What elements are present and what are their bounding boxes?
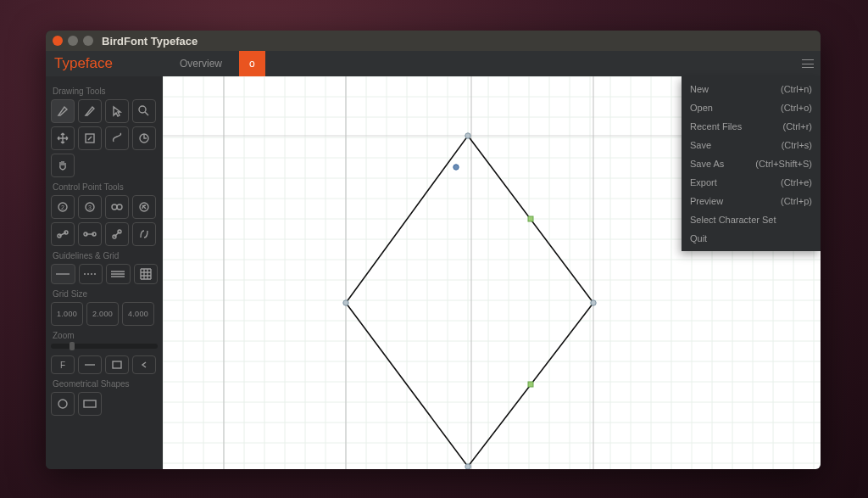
menu-button[interactable] (795, 51, 821, 76)
grid-toggle-icon[interactable] (134, 264, 159, 284)
pen-tool-icon[interactable] (51, 99, 75, 123)
menu-item-label: Save As (690, 159, 724, 169)
gridsize-4[interactable]: 4.000 (122, 302, 154, 326)
link-points-icon[interactable] (105, 222, 129, 246)
menu-item-shortcut: (Ctrl+s) (782, 140, 812, 150)
flip-icon[interactable] (132, 222, 156, 246)
app-window: BirdFont Typeface Typeface Overview o Dr… (46, 31, 821, 469)
hamburger-icon (802, 59, 814, 68)
guideline-dashed-icon[interactable] (79, 264, 103, 284)
section-control-points: Control Point Tools (53, 182, 158, 192)
menu-item-shortcut: (Ctrl+o) (781, 103, 812, 113)
move-tool-icon[interactable] (51, 126, 75, 150)
hand-tool-icon[interactable] (51, 154, 75, 177)
tab-bar: Overview o (163, 51, 795, 76)
svg-point-0 (139, 106, 146, 113)
menu-item-recent-files[interactable]: Recent Files(Ctrl+r) (682, 117, 821, 136)
shape-rect-icon[interactable] (78, 392, 102, 416)
bezier-2-icon[interactable]: 2 (51, 195, 75, 219)
tab-glyph-o[interactable]: o (239, 51, 265, 76)
menu-item-label: Quit (690, 233, 707, 243)
menu-item-save-as[interactable]: Save As(Ctrl+Shift+S) (682, 154, 821, 173)
zoom-tool-icon[interactable] (132, 99, 156, 123)
menu-item-shortcut: (Ctrl+Shift+S) (755, 159, 812, 169)
tab-overview[interactable]: Overview (163, 51, 239, 76)
menu-item-quit[interactable]: Quit (682, 229, 821, 248)
minimize-icon[interactable] (68, 36, 78, 46)
canvas-area[interactable]: New(Ctrl+n)Open(Ctrl+o)Recent Files(Ctrl… (163, 76, 821, 469)
menu-item-shortcut: (Ctrl+r) (782, 121, 812, 131)
menu-item-label: Select Character Set (690, 215, 776, 225)
shape-circle-icon[interactable] (51, 392, 75, 416)
menu-item-save[interactable]: Save(Ctrl+s) (682, 136, 821, 154)
svg-rect-18 (84, 400, 96, 407)
zoom-baseline-icon[interactable] (78, 355, 102, 374)
pencil-tool-icon[interactable] (78, 99, 102, 123)
svg-point-8 (117, 204, 122, 210)
convert-point-icon[interactable] (132, 195, 156, 219)
anchor-point[interactable] (453, 165, 459, 170)
menu-item-select-character-set[interactable]: Select Character Set (682, 210, 821, 229)
anchor-point[interactable] (591, 300, 596, 305)
section-shapes: Geometrical Shapes (53, 379, 158, 389)
menu-item-preview[interactable]: Preview(Ctrl+p) (682, 192, 821, 210)
gridsize-2[interactable]: 2.000 (86, 302, 119, 326)
menu-item-shortcut: (Ctrl+p) (781, 196, 812, 206)
brush-tool-icon[interactable] (105, 126, 129, 150)
svg-text:3: 3 (88, 204, 92, 210)
control-handle[interactable] (528, 216, 533, 221)
gridsize-1[interactable]: 1.000 (51, 302, 83, 326)
bezier-3-icon[interactable]: 3 (78, 195, 102, 219)
zoom-box-icon[interactable] (105, 355, 129, 374)
menu-item-label: Preview (690, 196, 723, 206)
brand-label: Typeface (46, 51, 163, 76)
section-grid-size: Grid Size (53, 289, 158, 299)
maximize-icon[interactable] (83, 36, 93, 46)
menu-item-export[interactable]: Export(Ctrl+e) (682, 173, 821, 192)
svg-rect-16 (113, 361, 121, 368)
top-strip: Typeface Overview o (46, 51, 821, 76)
double-points-icon[interactable] (105, 195, 129, 219)
anchor-point[interactable] (465, 133, 470, 138)
menu-item-label: Export (690, 177, 717, 187)
zoom-fit-button[interactable]: F (51, 355, 75, 374)
svg-point-17 (58, 400, 67, 408)
zoom-slider[interactable] (51, 344, 158, 349)
pointer-tool-icon[interactable] (105, 99, 129, 123)
control-handle[interactable] (528, 382, 533, 387)
menu-item-shortcut: (Ctrl+e) (781, 177, 812, 187)
section-zoom: Zoom (53, 331, 158, 340)
guideline-solid-icon[interactable] (51, 264, 75, 284)
anchor-point[interactable] (465, 464, 470, 469)
guideline-multi-icon[interactable] (106, 264, 131, 284)
close-icon[interactable] (53, 36, 63, 46)
menu-item-label: Save (690, 140, 711, 150)
menu-item-label: Open (690, 103, 713, 113)
titlebar: BirdFont Typeface (46, 31, 821, 51)
window-title: BirdFont Typeface (102, 35, 198, 48)
symmetric-handles-icon[interactable] (78, 222, 102, 246)
menu-item-shortcut: (Ctrl+n) (781, 84, 812, 94)
menu-item-label: Recent Files (690, 121, 742, 131)
anchor-point[interactable] (343, 300, 348, 305)
svg-text:2: 2 (61, 204, 64, 210)
sidebar: Drawing Tools Control Point Tools (46, 76, 163, 469)
orientation-tool-icon[interactable] (132, 126, 156, 150)
file-menu: New(Ctrl+n)Open(Ctrl+o)Recent Files(Ctrl… (682, 76, 821, 251)
tie-handles-icon[interactable] (51, 222, 75, 246)
zoom-prev-icon[interactable] (132, 355, 156, 374)
menu-item-new[interactable]: New(Ctrl+n) (682, 80, 821, 98)
menu-item-open[interactable]: Open(Ctrl+o) (682, 98, 821, 117)
svg-point-7 (112, 204, 117, 210)
glyph-path[interactable] (346, 136, 593, 467)
section-guidelines: Guidelines & Grid (53, 251, 158, 260)
resize-tool-icon[interactable] (78, 126, 102, 150)
section-drawing-tools: Drawing Tools (53, 87, 158, 96)
menu-item-label: New (690, 84, 709, 94)
